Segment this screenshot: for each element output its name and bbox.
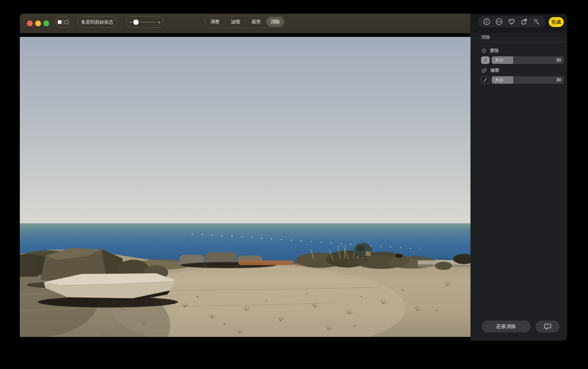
retouch-size-value: 30	[556, 76, 561, 84]
tab-crop[interactable]: 裁剪	[247, 17, 265, 27]
panel-title: 消除	[481, 34, 490, 40]
zoom-slider[interactable]: − +	[126, 16, 164, 28]
tab-adjust[interactable]: 调整	[206, 17, 224, 27]
retouch-section-header: 修图	[481, 67, 499, 73]
more-icon[interactable]	[495, 18, 503, 26]
close-icon[interactable]	[27, 20, 33, 26]
tab-filters[interactable]: 滤镜	[227, 17, 245, 27]
photo-letterbox	[20, 33, 470, 341]
erase-brush-button[interactable]	[481, 56, 490, 64]
remove-panel: 消除 擦除 大小 30	[470, 33, 567, 341]
bandaid-icon	[481, 68, 487, 73]
photo-canvas[interactable]	[20, 37, 470, 337]
retouch-brush-button[interactable]	[481, 76, 490, 84]
erase-section-label: 擦除	[490, 47, 499, 54]
info-icon[interactable]	[483, 18, 490, 26]
retouch-size-slider[interactable]: 大小 30	[492, 76, 564, 84]
undo-removals-button[interactable]: 还原消除	[482, 320, 531, 332]
photo-sky	[20, 37, 470, 224]
feedback-button[interactable]	[535, 320, 560, 332]
erase-tool-row: 大小 30	[481, 56, 564, 64]
fullscreen-icon[interactable]	[43, 20, 49, 26]
revert-to-original-button[interactable]: 复原到原始状态	[77, 16, 117, 28]
zoom-slider-knob[interactable]	[133, 19, 139, 25]
rotate-icon[interactable]	[520, 18, 528, 26]
erase-section-header: 擦除	[481, 47, 499, 54]
tab-remove[interactable]: 消除	[266, 17, 284, 27]
zoom-out-icon[interactable]: −	[129, 20, 132, 25]
feedback-bubble-icon	[544, 323, 551, 330]
eraser-icon	[481, 48, 487, 54]
retouch-section-label: 修图	[490, 67, 499, 73]
before-after-toggle-icon	[58, 20, 61, 24]
tab-divider	[246, 19, 246, 24]
done-button[interactable]: 完成	[549, 17, 564, 27]
zoom-in-icon[interactable]: +	[158, 20, 161, 25]
toggle-divider	[63, 19, 63, 25]
retouch-tool-row: 大小 30	[481, 76, 564, 84]
panel-divider	[481, 42, 564, 42]
before-after-toggle[interactable]	[55, 16, 70, 28]
tab-divider	[225, 19, 225, 24]
retouch-size-label: 大小	[495, 76, 503, 84]
edit-mode-tabs: 调整 滤镜 裁剪 消除	[205, 16, 286, 28]
photo-shore	[20, 243, 470, 337]
erase-size-label: 大小	[495, 56, 503, 64]
toolbar-icon-group	[478, 16, 546, 27]
auto-enhance-wand-icon[interactable]	[533, 18, 541, 26]
erase-size-value: 30	[556, 56, 561, 64]
zoom-slider-track[interactable]	[140, 22, 156, 23]
photos-edit-window: 复原到原始状态 − + 调整 滤镜 裁剪 消除	[20, 14, 567, 341]
minimize-icon[interactable]	[35, 20, 41, 26]
favorite-heart-icon[interactable]	[508, 18, 515, 26]
erase-size-slider[interactable]: 大小 30	[492, 56, 564, 64]
after-square-icon	[65, 20, 68, 24]
